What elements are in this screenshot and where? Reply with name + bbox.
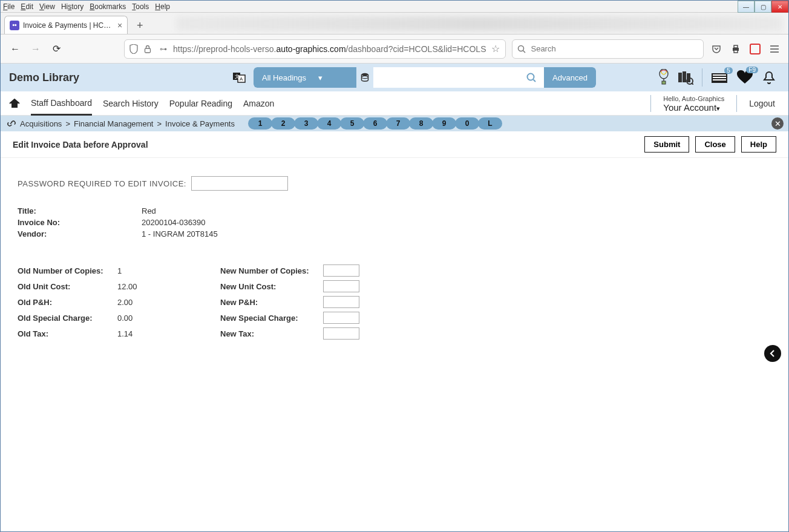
new-pnh-label: New P&H: [220,298,323,307]
old-pnh-label: Old P&H: [18,298,117,307]
window-close-button[interactable]: ✕ [771,1,788,13]
bookmark-star-icon[interactable]: ☆ [491,43,500,54]
home-icon[interactable] [9,99,20,108]
old-values-column: Old Number of Copies:1 Old Unit Cost:12.… [18,263,220,341]
help-button[interactable]: Help [741,136,776,153]
menu-view[interactable]: View [39,2,55,11]
background-blur [176,16,782,31]
pill-1[interactable]: 1 [248,117,272,130]
session-pills: 1 2 3 4 5 6 7 8 9 0 L [249,117,502,130]
back-button[interactable]: ← [8,42,22,56]
window-maximize-button[interactable]: ▢ [755,1,771,13]
breadcrumb-financial[interactable]: Financial Management [74,119,154,128]
svg-rect-27 [713,79,726,80]
new-special-input[interactable] [323,312,359,324]
browser-search-box[interactable]: Search [512,39,704,59]
new-special-label: New Special Charge: [220,314,323,323]
close-button[interactable]: Close [695,136,735,153]
inbox-badge: 5 [724,67,733,74]
vendor-value: 1 - INGRAM 20T8145 [142,229,218,238]
password-input[interactable] [191,176,288,191]
submit-button[interactable]: Submit [644,136,689,153]
extension-icon[interactable] [748,42,762,56]
database-icon[interactable] [356,67,373,88]
print-icon[interactable] [729,42,742,56]
menu-bookmarks[interactable]: Bookmarks [90,2,126,11]
nav-popular-reading[interactable]: Popular Reading [169,93,232,114]
new-copies-input[interactable] [323,264,359,277]
new-tax-input[interactable] [323,327,359,340]
new-tax-label: New Tax: [220,329,323,338]
logout-link[interactable]: Logout [749,99,775,108]
old-tax-value: 1.14 [117,329,178,338]
advanced-search-button[interactable]: Advanced [544,67,596,88]
pill-7[interactable]: 7 [386,117,410,130]
old-unit-value: 12.00 [117,282,178,291]
svg-line-16 [534,80,536,82]
svg-point-14 [362,76,368,78]
translate-icon[interactable]: 文A [232,70,246,85]
new-unit-input[interactable] [323,280,359,292]
nav-amazon[interactable]: Amazon [243,93,274,114]
notifications-icon[interactable] [762,70,776,85]
permissions-icon: ⊶ [159,45,168,53]
inbox-icon[interactable]: 5 [711,71,728,84]
invoice-no-value: 20200104-036390 [142,218,206,227]
headings-select[interactable]: All Headings ▾ [254,67,356,88]
invoice-no-label: Invoice No: [18,218,142,227]
url-bar[interactable]: ⊶ https://preprod-hcols-verso.auto-graph… [124,39,506,59]
tab-close-icon[interactable]: × [117,21,122,30]
forward-button[interactable]: → [28,42,43,56]
catalog-search-input[interactable] [373,67,519,88]
pill-9[interactable]: 9 [432,117,456,130]
hamburger-menu-icon[interactable] [768,42,781,56]
breadcrumb-acquisitions[interactable]: Acquisitions [20,119,62,128]
account-dropdown[interactable]: Hello, Auto-Graphics Your Account▾ [663,95,724,113]
svg-point-13 [362,73,368,76]
pill-4[interactable]: 4 [317,117,341,130]
window-minimize-button[interactable]: — [738,1,755,13]
catalog-search-button[interactable] [519,67,544,88]
nav-search-history[interactable]: Search History [103,93,159,114]
resources-icon[interactable] [678,70,693,85]
app-header: Demo Library 文A All Headings ▾ Advanced [1,64,788,91]
pill-3[interactable]: 3 [294,117,318,130]
title-value: Red [142,206,156,215]
balloon-icon[interactable] [658,69,669,86]
page-title: Edit Invoice Data before Approval [13,140,148,149]
close-session-button[interactable]: ✕ [771,117,784,130]
pill-0[interactable]: 0 [455,117,479,130]
menu-file[interactable]: File [3,2,15,11]
breadcrumb-invoice[interactable]: Invoice & Payments [165,119,235,128]
search-placeholder: Search [531,44,555,53]
svg-text:文: 文 [235,74,240,79]
title-label: Title: [18,206,142,215]
tab-favicon: •• [10,21,19,30]
menu-tools[interactable]: Tools [132,2,149,11]
pocket-icon[interactable] [710,42,723,56]
new-tab-button[interactable]: + [131,17,148,34]
headings-label: All Headings [262,73,306,82]
favorites-icon[interactable]: F9 [736,70,753,85]
browser-toolbar: ← → ⟳ ⊶ https://preprod-hcols-verso.auto… [1,34,788,64]
pill-5[interactable]: 5 [340,117,364,130]
menu-history[interactable]: History [61,2,83,11]
shield-icon [129,44,139,54]
side-panel-toggle[interactable] [764,345,781,362]
browser-tab[interactable]: •• Invoice & Payments | HCOLS | H × [4,16,128,34]
menu-help[interactable]: Help [155,2,170,11]
pill-l[interactable]: L [478,117,502,130]
reload-button[interactable]: ⟳ [49,42,64,56]
svg-rect-20 [683,71,686,82]
svg-rect-25 [713,74,726,76]
svg-rect-18 [662,81,666,84]
pill-2[interactable]: 2 [271,117,295,130]
new-pnh-input[interactable] [323,296,359,308]
pill-8[interactable]: 8 [409,117,433,130]
nav-staff-dashboard[interactable]: Staff Dashboard [31,92,92,116]
vendor-label: Vendor: [18,229,142,238]
svg-rect-4 [734,45,738,48]
pill-6[interactable]: 6 [363,117,387,130]
menu-edit[interactable]: Edit [21,2,33,11]
svg-point-1 [519,45,524,51]
